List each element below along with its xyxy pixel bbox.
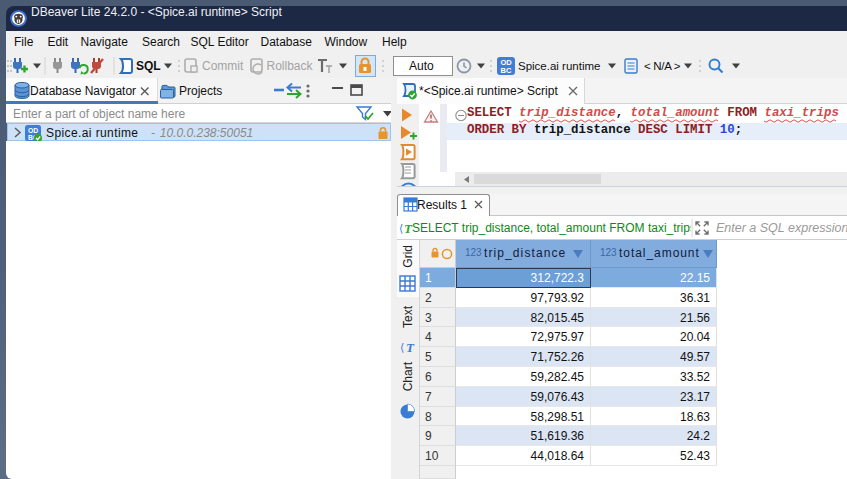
svg-text:Spice.ai runtime: Spice.ai runtime — [518, 60, 600, 72]
svg-text:OD: OD — [28, 127, 38, 134]
svg-text:- 10.0.0.238:50051: - 10.0.0.238:50051 — [151, 126, 253, 140]
svg-text:⟨: ⟨ — [399, 222, 403, 234]
svg-text:Spice.ai runtime: Spice.ai runtime — [46, 126, 138, 140]
svg-text:Auto: Auto — [409, 59, 434, 73]
svg-text:Commit: Commit — [202, 59, 244, 73]
svg-text:Projects: Projects — [179, 84, 222, 98]
svg-text:Rollback: Rollback — [267, 59, 314, 73]
svg-text:Enter a SQL expression to type: Enter a SQL expression to type — [716, 221, 847, 235]
svg-text:⟨: ⟨ — [400, 341, 404, 353]
svg-text:SQL: SQL — [136, 59, 161, 73]
svg-text:T: T — [406, 340, 415, 355]
svg-text:BC: BC — [501, 66, 512, 75]
svg-text:Database Navigator: Database Navigator — [30, 84, 136, 98]
svg-text:Results 1: Results 1 — [417, 198, 467, 212]
svg-text:*<Spice.ai runtime> Script: *<Spice.ai runtime> Script — [419, 84, 558, 98]
svg-text:T: T — [404, 221, 413, 236]
svg-text:< N/A >: < N/A > — [644, 60, 681, 72]
